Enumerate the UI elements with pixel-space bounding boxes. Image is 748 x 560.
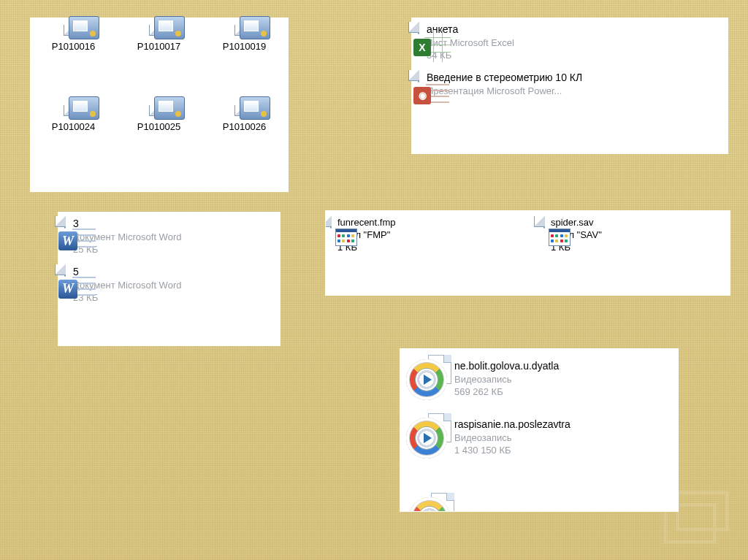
image-file-icon <box>244 106 245 117</box>
file-item[interactable]: ne.bolit.golova.u.dyatla Видеозапись 569… <box>400 349 678 404</box>
file-item[interactable]: spider.sav Файл "SAV" 1 КБ <box>539 211 730 295</box>
file-type: Видеозапись <box>454 431 570 445</box>
file-item[interactable]: P1010019 <box>202 26 287 106</box>
office-files-panel: X анкета Лист Microsoft Excel 34 КБ ◉ Вв… <box>412 18 728 153</box>
file-text: Введение в стереометрию 10 КЛ Презентаци… <box>427 71 582 97</box>
file-item[interactable]: P1010017 <box>116 26 202 106</box>
file-type: Видеозапись <box>454 373 559 386</box>
file-item[interactable]: P1010026 <box>202 106 287 186</box>
word-file-icon: W <box>64 217 66 228</box>
image-file-icon <box>244 26 245 37</box>
file-name: Введение в стереометрию 10 КЛ <box>427 71 582 85</box>
file-item[interactable]: X анкета Лист Microsoft Excel 34 КБ <box>412 18 728 66</box>
powerpoint-file-icon: ◉ <box>418 71 419 82</box>
file-label: P1010024 <box>52 121 95 132</box>
excel-file-icon: X <box>418 23 419 34</box>
generic-files-panel: funrecent.fmp Файл "FMP" 1 КБ spider.sav… <box>326 211 730 295</box>
image-file-icon <box>73 26 75 37</box>
file-text: ne.bolit.golova.u.dyatla Видеозапись 569… <box>454 359 559 399</box>
svg-rect-0 <box>665 505 715 542</box>
file-item[interactable]: P1010024 <box>31 106 116 186</box>
file-label: P1010016 <box>52 41 95 52</box>
file-label: P1010025 <box>137 121 180 132</box>
image-file-icon <box>159 26 160 37</box>
svg-rect-1 <box>678 493 728 530</box>
partial-file-icon <box>409 497 450 511</box>
file-size: 569 262 КБ <box>454 386 559 399</box>
file-text: raspisanie.na.poslezavtra Видеозапись 1 … <box>454 418 570 457</box>
file-label: P1010017 <box>137 41 180 52</box>
video-files-panel: ne.bolit.golova.u.dyatla Видеозапись 569… <box>400 349 678 511</box>
word-files-panel: W 3 Документ Microsoft Word 25 КБ W 5 До… <box>58 212 280 345</box>
file-item[interactable]: funrecent.fmp Файл "FMP" 1 КБ <box>326 211 532 295</box>
file-name: raspisanie.na.poslezavtra <box>454 418 570 431</box>
file-label: P1010019 <box>223 41 266 52</box>
generic-file-icon <box>543 217 545 228</box>
picture-files-panel: P1010016 P1010017 P1010019 P1010024 P101… <box>31 18 288 191</box>
file-label: P1010026 <box>223 121 266 132</box>
file-name: spider.sav <box>551 217 602 229</box>
file-name: ne.bolit.golova.u.dyatla <box>454 359 559 373</box>
image-file-icon <box>73 106 75 117</box>
file-item[interactable]: W 3 Документ Microsoft Word 25 КБ <box>58 212 280 261</box>
video-file-icon <box>406 359 447 400</box>
watermark-icon <box>654 488 742 554</box>
file-size: 1 430 150 КБ <box>454 444 570 457</box>
file-item[interactable]: P1010025 <box>116 106 202 186</box>
file-item[interactable]: raspisanie.na.poslezavtra Видеозапись 1 … <box>400 404 678 463</box>
image-file-icon <box>159 106 160 117</box>
word-file-icon: W <box>64 265 66 276</box>
picture-grid: P1010016 P1010017 P1010019 P1010024 P101… <box>31 18 288 186</box>
file-item[interactable]: P1010016 <box>31 26 116 106</box>
file-item[interactable]: W 5 Документ Microsoft Word 23 КБ <box>58 261 280 309</box>
video-file-icon <box>406 418 447 459</box>
file-item[interactable]: ◉ Введение в стереометрию 10 КЛ Презента… <box>412 66 728 101</box>
file-type: Презентация Microsoft Power... <box>427 85 582 98</box>
generic-file-icon <box>330 217 332 228</box>
file-name: funrecent.fmp <box>337 217 396 229</box>
